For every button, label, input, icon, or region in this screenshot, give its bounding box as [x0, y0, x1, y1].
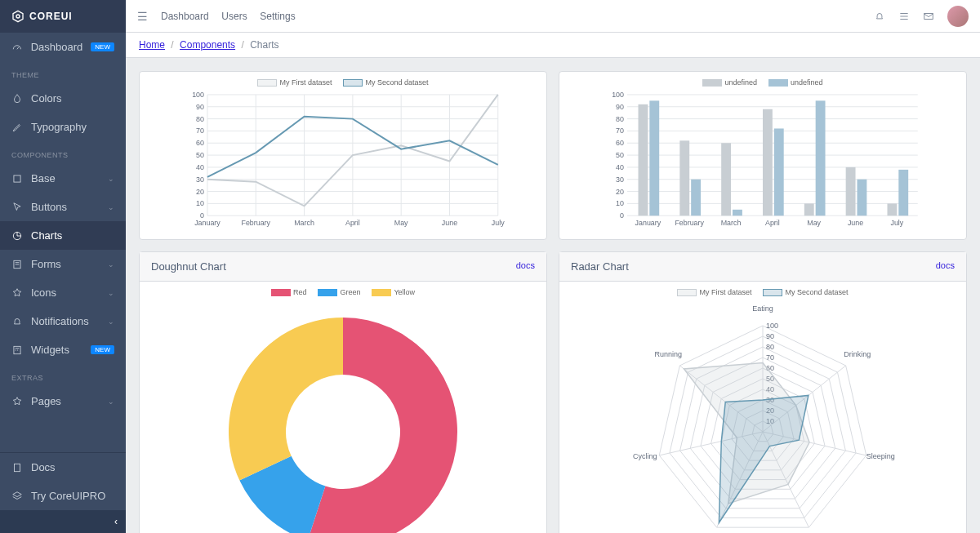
svg-text:60: 60 — [616, 139, 624, 147]
docs-link[interactable]: docs — [936, 260, 955, 273]
avatar[interactable] — [947, 6, 969, 27]
sidebar-item-typography[interactable]: Typography — [0, 113, 126, 141]
chart-pie-icon — [11, 230, 23, 242]
svg-text:June: June — [442, 219, 457, 227]
svg-text:Sleeping: Sleeping — [866, 452, 895, 460]
svg-marker-0 — [13, 11, 23, 21]
sidebar-item-widgets[interactable]: Widgets NEW — [0, 335, 126, 364]
svg-text:80: 80 — [196, 115, 204, 123]
card-bar-chart: undefinedundefined 010203040506070809010… — [559, 71, 967, 240]
bar-chart: 0102030405060708090100JanuaryFebruaryMar… — [569, 91, 956, 230]
svg-text:May: May — [807, 219, 821, 227]
sidebar-item-docs[interactable]: Docs — [0, 453, 126, 482]
svg-text:July: July — [492, 219, 505, 227]
docs-link[interactable]: docs — [516, 260, 535, 273]
sidebar-item-try-pro[interactable]: Try CoreUIPRO — [0, 482, 126, 510]
svg-text:March: March — [721, 219, 742, 227]
svg-rect-86 — [898, 170, 908, 215]
svg-text:0: 0 — [620, 211, 624, 220]
chevron-down-icon: ⌄ — [108, 398, 114, 406]
breadcrumb-components[interactable]: Components — [180, 39, 235, 51]
svg-text:70: 70 — [766, 353, 774, 362]
sidebar-item-icons[interactable]: Icons⌄ — [0, 278, 126, 307]
svg-text:May: May — [394, 219, 408, 227]
svg-text:30: 30 — [616, 175, 624, 184]
topnav-dashboard[interactable]: Dashboard — [161, 11, 209, 22]
svg-text:70: 70 — [196, 127, 204, 135]
notes-icon — [11, 259, 23, 270]
star-icon — [11, 287, 23, 299]
svg-rect-76 — [763, 109, 773, 215]
nav-section-extras: EXTRAS — [0, 364, 126, 387]
puzzle-icon — [11, 173, 23, 184]
svg-rect-71 — [691, 180, 701, 215]
nav-section-theme: THEME — [0, 61, 126, 84]
sidebar-item-forms[interactable]: Forms⌄ — [0, 250, 126, 278]
svg-text:80: 80 — [616, 115, 624, 123]
svg-point-1 — [16, 15, 20, 18]
breadcrumb-home[interactable]: Home — [139, 39, 165, 51]
topbar: ☰ Dashboard Users Settings — [126, 0, 980, 33]
svg-text:April: April — [345, 219, 360, 227]
svg-text:70: 70 — [616, 127, 624, 135]
brand[interactable]: COREUI — [0, 0, 126, 33]
topnav-settings[interactable]: Settings — [260, 11, 295, 22]
chevron-down-icon: ⌄ — [108, 260, 114, 269]
svg-rect-79 — [804, 204, 814, 216]
envelope-icon[interactable] — [923, 11, 934, 22]
svg-text:10: 10 — [616, 199, 624, 207]
layers-icon — [11, 491, 23, 502]
svg-text:July: July — [890, 219, 903, 227]
sidebar: COREUI Dashboard NEW THEME Colors Typogr… — [0, 0, 126, 533]
chevron-down-icon: ⌄ — [108, 175, 114, 183]
card-title: Radar Chart — [571, 260, 629, 273]
brand-text: COREUI — [29, 11, 73, 22]
sidebar-item-notifications[interactable]: Notifications⌄ — [0, 307, 126, 335]
svg-rect-6 — [15, 464, 20, 471]
svg-text:90: 90 — [766, 332, 774, 340]
nav-section-components: COMPONENTS — [0, 141, 126, 164]
badge-new: NEW — [91, 42, 114, 51]
svg-text:90: 90 — [616, 103, 624, 111]
sidebar-minimize[interactable]: ‹ — [0, 510, 126, 533]
svg-text:100: 100 — [766, 322, 778, 330]
badge-new: NEW — [91, 345, 114, 354]
svg-text:April: April — [765, 219, 780, 227]
sidebar-item-colors[interactable]: Colors — [0, 84, 126, 113]
svg-rect-7 — [924, 13, 933, 19]
svg-text:20: 20 — [616, 188, 624, 196]
card-radar-chart: Radar Chart docs My First datasetMy Seco… — [559, 251, 967, 533]
sidebar-item-base[interactable]: Base⌄ — [0, 164, 126, 193]
bell-icon[interactable] — [874, 11, 885, 22]
svg-rect-82 — [846, 167, 856, 215]
radar-chart: 102030405060708090100EatingDrinkingSleep… — [569, 301, 956, 533]
svg-text:Running: Running — [655, 350, 683, 358]
sidebar-item-dashboard[interactable]: Dashboard NEW — [0, 33, 126, 61]
sidebar-item-charts[interactable]: Charts — [0, 221, 126, 250]
svg-rect-85 — [887, 204, 897, 216]
topnav-users[interactable]: Users — [221, 11, 247, 22]
menu-toggle-icon[interactable]: ☰ — [137, 10, 148, 23]
svg-text:100: 100 — [192, 91, 204, 99]
list-icon[interactable] — [898, 11, 910, 22]
svg-text:January: January — [194, 219, 220, 227]
doughnut-chart — [149, 301, 537, 533]
sidebar-item-buttons[interactable]: Buttons⌄ — [0, 193, 126, 221]
star-icon — [11, 396, 23, 407]
bell-icon — [11, 316, 23, 327]
svg-text:Eating: Eating — [752, 304, 773, 313]
svg-text:January: January — [635, 219, 662, 227]
sidebar-item-pages[interactable]: Pages⌄ — [0, 387, 126, 415]
svg-text:Cycling: Cycling — [633, 452, 657, 460]
svg-rect-80 — [816, 100, 826, 215]
svg-rect-2 — [14, 175, 20, 181]
logo-icon — [11, 10, 24, 23]
svg-text:February: February — [241, 219, 270, 227]
cursor-icon — [11, 202, 23, 213]
svg-rect-73 — [721, 143, 731, 215]
chevron-down-icon: ⌄ — [108, 289, 114, 297]
svg-text:100: 100 — [612, 91, 624, 99]
chevron-left-icon: ‹ — [114, 516, 118, 527]
svg-text:50: 50 — [196, 151, 204, 159]
svg-text:50: 50 — [616, 151, 624, 159]
